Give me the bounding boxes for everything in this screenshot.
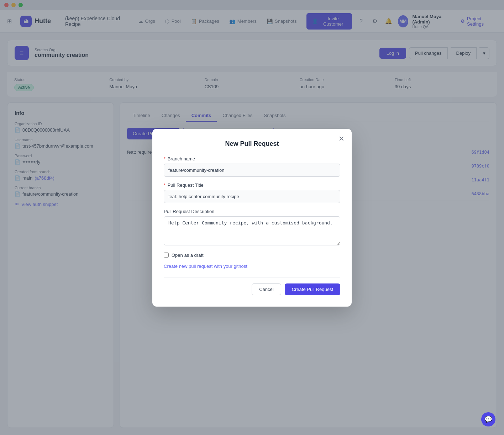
branch-name-group: * Branch name [164,156,340,177]
required-indicator: * [164,182,166,188]
pr-title-input[interactable] [164,190,340,203]
modal-overlay[interactable]: ✕ New Pull Request * Branch name * Pull … [0,0,504,435]
required-indicator: * [164,156,166,161]
chat-widget[interactable]: 💬 [481,412,495,426]
draft-label: Open as a draft [172,253,204,258]
draft-row: Open as a draft [164,253,340,258]
new-pull-request-modal: ✕ New Pull Request * Branch name * Pull … [152,129,352,307]
pr-title-group: * Pull Request Title [164,182,340,203]
modal-close-button[interactable]: ✕ [338,134,345,143]
create-pull-request-button[interactable]: Create Pull Request [285,283,340,295]
pr-description-label: Pull Request Description [164,209,340,214]
branch-name-label: * Branch name [164,156,340,161]
pr-description-group: Pull Request Description [164,209,340,247]
modal-footer: Cancel Create Pull Request [164,277,340,295]
branch-name-input[interactable] [164,164,340,177]
githost-link[interactable]: Create new pull request with your githos… [164,264,340,269]
pr-description-textarea[interactable] [164,216,340,245]
pr-title-label: * Pull Request Title [164,182,340,188]
cancel-button[interactable]: Cancel [252,283,281,295]
draft-checkbox[interactable] [164,253,169,258]
modal-title: New Pull Request [164,140,340,148]
